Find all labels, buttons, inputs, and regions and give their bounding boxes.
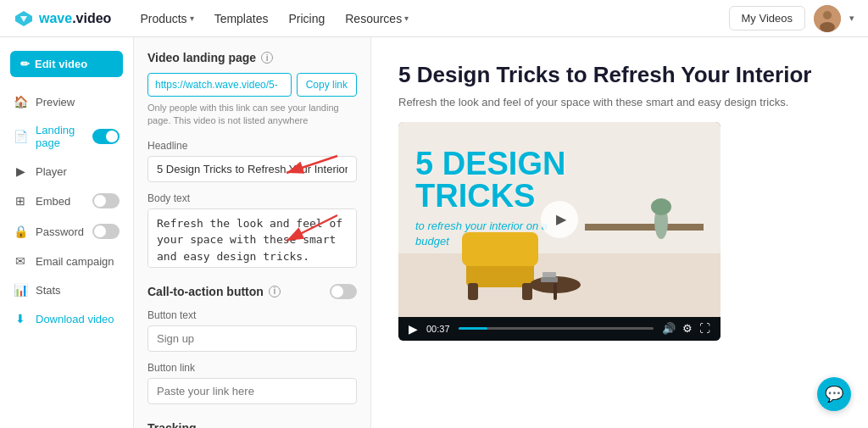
nav-pricing-label: Pricing [288, 12, 325, 25]
top-navigation: wave.video Products ▾ Templates Pricing … [0, 0, 868, 37]
video-big-text-1: 5 DESIGN [415, 147, 565, 180]
sidebar-item-embed[interactable]: ⊞ Embed [0, 186, 133, 216]
svg-point-4 [820, 22, 835, 32]
cta-header: Call-to-action button i [147, 284, 357, 299]
embed-icon: ⊞ [14, 194, 27, 208]
sidebar-item-password[interactable]: 🔒 Password [0, 216, 133, 247]
avatar-chevron-icon: ▾ [849, 13, 854, 24]
edit-icon: ✏ [20, 58, 30, 70]
cta-section: Call-to-action button i Button text Butt… [147, 284, 357, 414]
progress-fill [459, 327, 488, 330]
video-thumb-inner: 5 DESIGN TRICKS to refresh your interior… [398, 122, 721, 317]
svg-point-11 [651, 198, 671, 215]
sidebar-landing-label: Landing page [36, 124, 84, 149]
nav-products[interactable]: Products ▾ [131, 7, 202, 31]
svg-rect-18 [541, 277, 558, 282]
logo[interactable]: wave.video [14, 8, 111, 29]
landing-page-icon: 📄 [14, 130, 27, 143]
home-icon: 🏠 [14, 95, 27, 108]
landing-page-toggle[interactable] [92, 129, 120, 144]
chevron-down-icon-2: ▾ [404, 14, 409, 23]
player-icon: ▶ [14, 164, 27, 178]
settings-icon[interactable]: ⚙ [682, 322, 693, 335]
cta-toggle[interactable] [330, 284, 357, 299]
control-right-buttons: 🔊 ⚙ ⛶ [662, 322, 710, 335]
content-panel: Video landing page i Copy link Only peop… [134, 37, 371, 428]
preview-subtitle: Refresh the look and feel of your space … [398, 96, 841, 108]
sidebar-item-stats[interactable]: 📊 Stats [0, 275, 133, 304]
chat-icon: 💬 [825, 385, 843, 403]
sidebar-item-download[interactable]: ⬇ Download video [0, 304, 133, 333]
video-big-text-2: TRICKS [415, 180, 565, 212]
button-text-label: Button text [147, 309, 357, 321]
play-button[interactable] [541, 201, 578, 238]
nav-right: My Videos ▾ [729, 5, 854, 32]
svg-point-3 [823, 11, 832, 19]
url-row: Copy link [147, 73, 357, 97]
main-layout: ✏ Edit video 🏠 Preview 📄 Landing page ▶ … [0, 37, 868, 428]
copy-link-button[interactable]: Copy link [297, 73, 357, 97]
video-controls: ▶ 00:37 🔊 ⚙ ⛶ [398, 317, 721, 341]
url-hint-text: Only people with this link can see your … [147, 102, 357, 128]
sidebar-email-label: Email campaign [36, 255, 114, 268]
sidebar: ✏ Edit video 🏠 Preview 📄 Landing page ▶ … [0, 37, 134, 428]
nav-resources[interactable]: Resources ▾ [337, 7, 417, 31]
info-icon[interactable]: i [261, 52, 273, 64]
body-text-label: Body text [147, 192, 357, 204]
nav-pricing[interactable]: Pricing [280, 7, 333, 31]
password-toggle[interactable] [92, 224, 120, 239]
svg-rect-9 [585, 224, 704, 231]
cta-title: Call-to-action button i [147, 285, 281, 298]
nav-templates-label: Templates [214, 12, 269, 25]
tracking-section: Tracking Your Google tracking ID [147, 421, 357, 428]
button-link-input[interactable] [147, 378, 357, 404]
embed-toggle[interactable] [92, 193, 120, 208]
button-text-input[interactable] [147, 325, 357, 352]
button-link-label: Button link [147, 362, 357, 374]
progress-bar[interactable] [459, 327, 654, 330]
stats-icon: 📊 [14, 283, 27, 297]
video-time: 00:37 [426, 324, 450, 334]
download-icon: ⬇ [14, 312, 27, 325]
video-sub-text: to refresh your interior on a budget [415, 219, 551, 249]
body-text-input[interactable]: Refresh the look and feel of your space … [147, 208, 357, 268]
svg-rect-14 [468, 283, 478, 300]
chat-bubble-button[interactable]: 💬 [817, 377, 851, 411]
sidebar-player-label: Player [36, 165, 67, 178]
avatar[interactable] [814, 5, 841, 32]
nav-items: Products ▾ Templates Pricing Resources ▾ [131, 7, 728, 31]
sidebar-download-label: Download video [36, 313, 114, 325]
sidebar-item-player[interactable]: ▶ Player [0, 157, 133, 186]
preview-panel: 5 Design Tricks to Refresh Your Interior… [371, 37, 868, 428]
volume-icon[interactable]: 🔊 [662, 322, 676, 335]
svg-rect-19 [542, 272, 556, 277]
play-pause-button[interactable]: ▶ [409, 322, 418, 336]
logo-text: wave.video [39, 11, 111, 26]
lock-icon: 🔒 [14, 225, 27, 238]
edit-video-button[interactable]: ✏ Edit video [10, 51, 123, 77]
logo-icon [14, 8, 34, 29]
nav-templates[interactable]: Templates [206, 7, 277, 31]
nav-resources-label: Resources [345, 12, 402, 25]
landing-page-url-input[interactable] [147, 73, 292, 97]
video-overlay-text: 5 DESIGN TRICKS to refresh your interior… [415, 147, 565, 249]
avatar-image [814, 5, 841, 32]
cta-info-icon[interactable]: i [269, 286, 281, 297]
preview-title: 5 Design Tricks to Refresh Your Interior [398, 61, 841, 89]
nav-products-label: Products [140, 12, 186, 25]
fullscreen-icon[interactable]: ⛶ [699, 322, 710, 335]
headline-label: Headline [147, 140, 357, 152]
my-videos-button[interactable]: My Videos [729, 6, 805, 31]
headline-input[interactable] [147, 156, 357, 182]
sidebar-item-landing-page[interactable]: 📄 Landing page [0, 116, 133, 157]
section-title-landing: Video landing page i [147, 51, 357, 64]
svg-rect-17 [554, 283, 557, 300]
sidebar-stats-label: Stats [36, 284, 61, 297]
sidebar-password-label: Password [36, 225, 84, 238]
email-icon: ✉ [14, 254, 27, 268]
sidebar-item-email-campaign[interactable]: ✉ Email campaign [0, 247, 133, 275]
video-thumbnail[interactable]: 5 DESIGN TRICKS to refresh your interior… [398, 122, 721, 341]
tracking-title: Tracking [147, 421, 357, 428]
sidebar-preview-label: Preview [36, 96, 75, 108]
sidebar-item-preview[interactable]: 🏠 Preview [0, 87, 133, 116]
